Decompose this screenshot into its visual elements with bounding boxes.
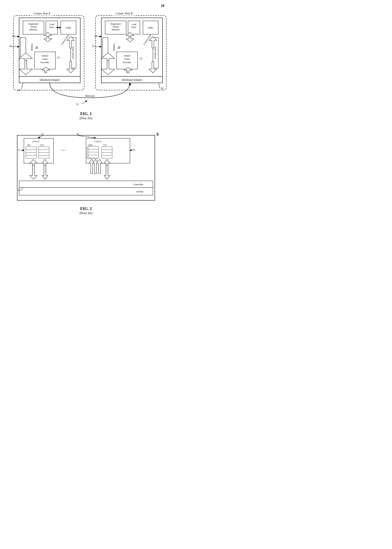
svg-text:Infiniband Adapter: Infiniband Adapter — [122, 79, 142, 81]
svg-text:Verbs: Verbs — [42, 58, 48, 60]
svg-text:Virtual: Virtual — [30, 25, 37, 28]
svg-text:OFED: OFED — [124, 54, 130, 57]
fig2-ref33: 33 — [41, 133, 44, 136]
fig1-title: FIG. 1 — [8, 111, 164, 116]
svg-text:SQ's: SQ's — [89, 144, 93, 146]
fig2-subtitle: (Prior Art) — [8, 211, 164, 215]
svg-text:Store: Store — [132, 26, 136, 29]
fig2-ref35: 35 — [18, 188, 20, 191]
fig2-nvme-label: NVMe — [136, 190, 143, 193]
fig1-ref24: 24 — [161, 87, 163, 90]
fig2-coren-label: Core n — [95, 140, 101, 143]
svg-text:Memory: Memory — [112, 28, 119, 31]
svg-text:RDMA: RDMA — [30, 43, 33, 51]
svg-line-68 — [159, 83, 160, 88]
fig2-ref31: 31 — [18, 148, 20, 151]
svg-text:Comm. Peer B: Comm. Peer B — [116, 12, 133, 15]
fig2-core0-label: Core 0 — [33, 140, 39, 143]
svg-text:Memory: Memory — [29, 28, 37, 31]
fig1-svg: Comm. Peer A Comm. Peer A 16 Registered … — [8, 10, 172, 109]
fig1-section: Comm. Peer A Comm. Peer A 16 Registered … — [8, 10, 164, 120]
svg-text:Infiniband Adapter: Infiniband Adapter — [40, 79, 60, 81]
fig2-diagram: 30 Core 0 SQ CQ 31 . . . 33 — [8, 131, 164, 204]
svg-line-34 — [21, 83, 23, 89]
fig1-ref13: 13 — [57, 56, 60, 59]
fig2-section: 30 Core 0 SQ CQ 31 . . . 33 — [8, 131, 164, 215]
svg-marker-53 — [101, 60, 115, 75]
svg-rect-109 — [19, 188, 153, 195]
svg-text:RDMA: RDMA — [112, 43, 115, 51]
svg-text:CPU: CPU — [66, 26, 71, 29]
fig2-ref30: 30 — [156, 132, 159, 136]
svg-text:OFED: OFED — [42, 54, 48, 57]
svg-text:Load: Load — [132, 23, 136, 26]
svg-marker-49 — [126, 36, 134, 42]
svg-marker-19 — [19, 60, 33, 75]
fig2-svg: 30 Core 0 SQ CQ 31 . . . 33 — [13, 131, 159, 204]
svg-line-70 — [82, 101, 87, 104]
fig1-subtitle: (Prior Art) — [8, 116, 164, 120]
fig2-ref36: 36 — [132, 148, 135, 151]
fig2-title: FIG. 2 — [8, 206, 164, 211]
fig1-ref18: 18 — [118, 46, 120, 49]
svg-text:Store: Store — [49, 26, 54, 29]
svg-text:Registered: Registered — [28, 22, 38, 25]
fig1-diagram: Comm. Peer A Comm. Peer A 16 Registered … — [8, 10, 164, 109]
svg-text:Comm. Peer A: Comm. Peer A — [34, 12, 51, 15]
svg-text:SQ: SQ — [27, 144, 30, 146]
svg-text:Registered: Registered — [111, 22, 120, 25]
fig1-ref12: 12 — [76, 103, 79, 106]
svg-text:Load: Load — [49, 23, 54, 26]
svg-text:Verbs: Verbs — [124, 58, 130, 60]
svg-text:Work Queues: Work Queues — [154, 46, 157, 59]
page-number: 10 — [8, 4, 164, 8]
fig1-ref15: 15 — [140, 57, 142, 60]
svg-text:Work Queues: Work Queues — [72, 46, 75, 59]
svg-text:Virtual: Virtual — [112, 25, 119, 28]
fig1-ref26: 26 — [12, 35, 14, 37]
fig1-ref16: 16 — [35, 46, 38, 49]
fig1-ref25: 25 — [9, 45, 12, 48]
svg-text:Provider: Provider — [41, 61, 49, 64]
svg-text:CPU: CPU — [148, 26, 153, 29]
fig2-ref34: 34 — [77, 133, 79, 136]
svg-text:CQ: CQ — [40, 144, 43, 146]
fig1-ref28: 28 — [94, 35, 97, 37]
svg-marker-15 — [44, 36, 52, 42]
fig2-ellipsis: . . . — [61, 147, 66, 151]
fig1-ref22: 22 — [18, 89, 20, 92]
svg-text:Network: Network — [85, 94, 95, 97]
fig2-controller-label: Controller — [133, 183, 144, 186]
svg-rect-108 — [19, 181, 153, 188]
fig1-ref27: 27 — [92, 45, 94, 48]
svg-text:Provider: Provider — [123, 61, 132, 64]
svg-text:CQ: CQ — [103, 144, 106, 146]
